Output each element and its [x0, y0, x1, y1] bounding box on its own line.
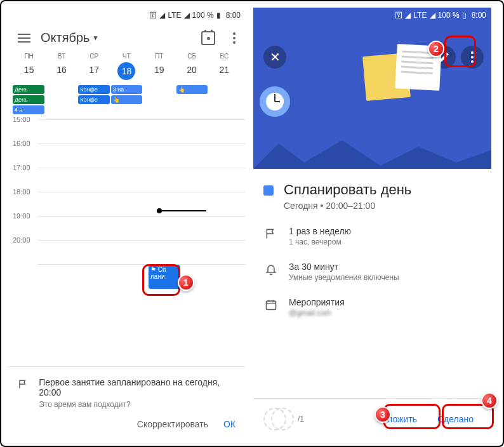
notify-label: За 30 минут: [289, 262, 399, 272]
battery-label: 100 %: [192, 11, 214, 20]
network-label: LTE: [168, 11, 181, 20]
close-button[interactable]: ✕: [263, 46, 286, 69]
calendar-icon: [265, 298, 277, 311]
wifi-icon: ◢: [405, 11, 411, 20]
watch-icon: [260, 86, 290, 117]
key-icon: ⚿: [395, 11, 402, 20]
date-row[interactable]: 1516 17 18 1920 21: [8, 60, 246, 85]
today-date: 18: [117, 62, 135, 80]
sheet-subtitle: Это время вам подходит?: [39, 400, 235, 409]
account-label: Мероприятия: [289, 297, 345, 307]
progress-indicator: /1: [263, 408, 304, 430]
today-button[interactable]: [201, 31, 215, 45]
ok-button[interactable]: ОК: [223, 419, 235, 429]
signal-icon: ◢: [430, 11, 435, 20]
event-detail-view: ⚿ ◢ LTE ◢ 100 % ▯ 8:00 ✕: [253, 8, 491, 439]
weekday-row: ПНВТСР ЧТПТСБ ВС: [8, 53, 246, 60]
flag-icon: [18, 378, 29, 390]
confirm-sheet: Первое занятие запланировано на сегодня,…: [8, 366, 246, 439]
allday-events[interactable]: День Конфе 3 на 👆: [8, 85, 246, 94]
done-button[interactable]: Сделано: [430, 409, 481, 429]
status-time: 8:00: [226, 11, 241, 20]
adjust-button[interactable]: Скорректировать: [137, 419, 208, 429]
timeline[interactable]: 15:00 16:00 17:00 18:00 19:00 20:00 ⚑ Сп…: [8, 116, 246, 284]
event-time: Сегодня • 20:00–21:00: [284, 201, 481, 211]
key-icon: ⚿: [149, 11, 157, 20]
more-icon[interactable]: [233, 32, 235, 44]
badge-2: 2: [428, 41, 444, 57]
badge-4: 4: [481, 392, 498, 409]
svg-rect-0: [267, 301, 276, 309]
menu-icon[interactable]: [18, 34, 30, 43]
month-selector[interactable]: Октябрь ▼: [41, 30, 191, 45]
network-label: LTE: [413, 11, 427, 20]
status-time: 8:00: [472, 11, 486, 20]
detail-footer: /1 Отложить Сделано: [253, 398, 491, 439]
calendar-header: Октябрь ▼: [8, 23, 246, 53]
wifi-icon: ◢: [159, 11, 165, 20]
battery-icon: ▮: [216, 11, 221, 20]
event-color: [263, 185, 274, 196]
goal-marker: [157, 208, 162, 213]
repeat-label: 1 раз в неделю: [289, 226, 351, 236]
signal-icon: ◢: [184, 11, 190, 20]
plan-day-event[interactable]: ⚑ Сп лани: [149, 265, 180, 289]
notify-sub: Умные уведомления включены: [289, 273, 399, 282]
badge-3: 3: [375, 406, 391, 423]
status-bar: ⚿ ◢ LTE ◢ 100 % ▮ 8:00: [8, 8, 246, 23]
account-email: @gmail.com: [289, 309, 345, 317]
status-bar: ⚿ ◢ LTE ◢ 100 % ▯ 8:00: [253, 8, 491, 23]
flag-icon: [265, 227, 277, 240]
battery-label: 100 %: [438, 11, 460, 20]
repeat-sub: 1 час, вечером: [289, 237, 351, 246]
chevron-down-icon: ▼: [93, 34, 99, 41]
badge-1: 1: [178, 274, 194, 291]
calendar-week-view: ⚿ ◢ LTE ◢ 100 % ▮ 8:00 Октябрь ▼ ПНВТСР …: [8, 8, 246, 439]
sheet-title: Первое занятие запланировано на сегодня,…: [39, 377, 235, 397]
more-button[interactable]: [461, 46, 484, 69]
hero-image: ✕: [253, 23, 491, 169]
bell-icon: [265, 263, 277, 276]
battery-icon: ▯: [462, 11, 467, 20]
event-title: Спланировать день: [284, 182, 411, 198]
